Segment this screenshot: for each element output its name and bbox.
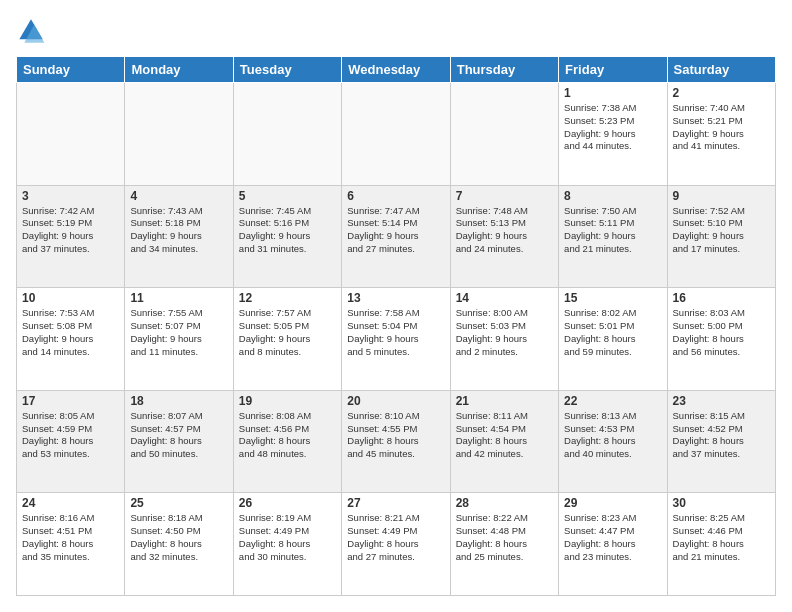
day-info: Sunrise: 7:38 AM Sunset: 5:23 PM Dayligh… — [564, 102, 661, 153]
table-row: 2Sunrise: 7:40 AM Sunset: 5:21 PM Daylig… — [667, 83, 775, 186]
day-number: 14 — [456, 291, 553, 305]
header — [16, 16, 776, 46]
day-info: Sunrise: 7:55 AM Sunset: 5:07 PM Dayligh… — [130, 307, 227, 358]
day-number: 19 — [239, 394, 336, 408]
table-row: 11Sunrise: 7:55 AM Sunset: 5:07 PM Dayli… — [125, 288, 233, 391]
day-number: 3 — [22, 189, 119, 203]
day-info: Sunrise: 8:05 AM Sunset: 4:59 PM Dayligh… — [22, 410, 119, 461]
day-number: 30 — [673, 496, 770, 510]
day-info: Sunrise: 8:15 AM Sunset: 4:52 PM Dayligh… — [673, 410, 770, 461]
logo — [16, 16, 50, 46]
table-row: 12Sunrise: 7:57 AM Sunset: 5:05 PM Dayli… — [233, 288, 341, 391]
day-info: Sunrise: 8:16 AM Sunset: 4:51 PM Dayligh… — [22, 512, 119, 563]
col-thursday: Thursday — [450, 57, 558, 83]
logo-icon — [16, 16, 46, 46]
day-info: Sunrise: 8:00 AM Sunset: 5:03 PM Dayligh… — [456, 307, 553, 358]
day-info: Sunrise: 8:25 AM Sunset: 4:46 PM Dayligh… — [673, 512, 770, 563]
day-info: Sunrise: 8:02 AM Sunset: 5:01 PM Dayligh… — [564, 307, 661, 358]
page: Sunday Monday Tuesday Wednesday Thursday… — [0, 0, 792, 612]
day-number: 11 — [130, 291, 227, 305]
day-number: 25 — [130, 496, 227, 510]
calendar-header-row: Sunday Monday Tuesday Wednesday Thursday… — [17, 57, 776, 83]
day-info: Sunrise: 7:48 AM Sunset: 5:13 PM Dayligh… — [456, 205, 553, 256]
day-info: Sunrise: 7:45 AM Sunset: 5:16 PM Dayligh… — [239, 205, 336, 256]
day-info: Sunrise: 7:50 AM Sunset: 5:11 PM Dayligh… — [564, 205, 661, 256]
table-row: 21Sunrise: 8:11 AM Sunset: 4:54 PM Dayli… — [450, 390, 558, 493]
day-number: 24 — [22, 496, 119, 510]
day-number: 9 — [673, 189, 770, 203]
table-row: 30Sunrise: 8:25 AM Sunset: 4:46 PM Dayli… — [667, 493, 775, 596]
day-info: Sunrise: 8:13 AM Sunset: 4:53 PM Dayligh… — [564, 410, 661, 461]
day-number: 21 — [456, 394, 553, 408]
day-info: Sunrise: 7:47 AM Sunset: 5:14 PM Dayligh… — [347, 205, 444, 256]
table-row: 7Sunrise: 7:48 AM Sunset: 5:13 PM Daylig… — [450, 185, 558, 288]
day-number: 29 — [564, 496, 661, 510]
calendar-table: Sunday Monday Tuesday Wednesday Thursday… — [16, 56, 776, 596]
table-row: 20Sunrise: 8:10 AM Sunset: 4:55 PM Dayli… — [342, 390, 450, 493]
table-row: 25Sunrise: 8:18 AM Sunset: 4:50 PM Dayli… — [125, 493, 233, 596]
table-row: 19Sunrise: 8:08 AM Sunset: 4:56 PM Dayli… — [233, 390, 341, 493]
day-info: Sunrise: 7:53 AM Sunset: 5:08 PM Dayligh… — [22, 307, 119, 358]
day-info: Sunrise: 7:42 AM Sunset: 5:19 PM Dayligh… — [22, 205, 119, 256]
table-row: 6Sunrise: 7:47 AM Sunset: 5:14 PM Daylig… — [342, 185, 450, 288]
col-saturday: Saturday — [667, 57, 775, 83]
day-number: 15 — [564, 291, 661, 305]
calendar-week-row: 3Sunrise: 7:42 AM Sunset: 5:19 PM Daylig… — [17, 185, 776, 288]
day-number: 20 — [347, 394, 444, 408]
table-row: 26Sunrise: 8:19 AM Sunset: 4:49 PM Dayli… — [233, 493, 341, 596]
table-row: 16Sunrise: 8:03 AM Sunset: 5:00 PM Dayli… — [667, 288, 775, 391]
day-number: 6 — [347, 189, 444, 203]
day-number: 10 — [22, 291, 119, 305]
table-row: 28Sunrise: 8:22 AM Sunset: 4:48 PM Dayli… — [450, 493, 558, 596]
calendar-week-row: 24Sunrise: 8:16 AM Sunset: 4:51 PM Dayli… — [17, 493, 776, 596]
col-tuesday: Tuesday — [233, 57, 341, 83]
day-number: 16 — [673, 291, 770, 305]
day-info: Sunrise: 8:11 AM Sunset: 4:54 PM Dayligh… — [456, 410, 553, 461]
col-friday: Friday — [559, 57, 667, 83]
table-row — [125, 83, 233, 186]
day-info: Sunrise: 7:40 AM Sunset: 5:21 PM Dayligh… — [673, 102, 770, 153]
day-number: 28 — [456, 496, 553, 510]
day-number: 18 — [130, 394, 227, 408]
day-number: 13 — [347, 291, 444, 305]
day-number: 12 — [239, 291, 336, 305]
day-number: 17 — [22, 394, 119, 408]
table-row: 23Sunrise: 8:15 AM Sunset: 4:52 PM Dayli… — [667, 390, 775, 493]
table-row: 5Sunrise: 7:45 AM Sunset: 5:16 PM Daylig… — [233, 185, 341, 288]
table-row: 13Sunrise: 7:58 AM Sunset: 5:04 PM Dayli… — [342, 288, 450, 391]
table-row: 15Sunrise: 8:02 AM Sunset: 5:01 PM Dayli… — [559, 288, 667, 391]
table-row: 1Sunrise: 7:38 AM Sunset: 5:23 PM Daylig… — [559, 83, 667, 186]
day-info: Sunrise: 7:52 AM Sunset: 5:10 PM Dayligh… — [673, 205, 770, 256]
table-row: 27Sunrise: 8:21 AM Sunset: 4:49 PM Dayli… — [342, 493, 450, 596]
day-number: 2 — [673, 86, 770, 100]
day-number: 26 — [239, 496, 336, 510]
day-number: 22 — [564, 394, 661, 408]
day-info: Sunrise: 7:57 AM Sunset: 5:05 PM Dayligh… — [239, 307, 336, 358]
table-row: 8Sunrise: 7:50 AM Sunset: 5:11 PM Daylig… — [559, 185, 667, 288]
day-info: Sunrise: 8:21 AM Sunset: 4:49 PM Dayligh… — [347, 512, 444, 563]
day-info: Sunrise: 8:08 AM Sunset: 4:56 PM Dayligh… — [239, 410, 336, 461]
day-info: Sunrise: 8:23 AM Sunset: 4:47 PM Dayligh… — [564, 512, 661, 563]
table-row — [342, 83, 450, 186]
day-info: Sunrise: 8:19 AM Sunset: 4:49 PM Dayligh… — [239, 512, 336, 563]
day-number: 5 — [239, 189, 336, 203]
table-row: 29Sunrise: 8:23 AM Sunset: 4:47 PM Dayli… — [559, 493, 667, 596]
day-info: Sunrise: 8:18 AM Sunset: 4:50 PM Dayligh… — [130, 512, 227, 563]
col-wednesday: Wednesday — [342, 57, 450, 83]
table-row: 3Sunrise: 7:42 AM Sunset: 5:19 PM Daylig… — [17, 185, 125, 288]
table-row: 10Sunrise: 7:53 AM Sunset: 5:08 PM Dayli… — [17, 288, 125, 391]
day-info: Sunrise: 8:03 AM Sunset: 5:00 PM Dayligh… — [673, 307, 770, 358]
table-row — [17, 83, 125, 186]
table-row — [233, 83, 341, 186]
day-number: 8 — [564, 189, 661, 203]
calendar-week-row: 10Sunrise: 7:53 AM Sunset: 5:08 PM Dayli… — [17, 288, 776, 391]
day-info: Sunrise: 7:58 AM Sunset: 5:04 PM Dayligh… — [347, 307, 444, 358]
day-number: 1 — [564, 86, 661, 100]
day-info: Sunrise: 8:22 AM Sunset: 4:48 PM Dayligh… — [456, 512, 553, 563]
day-info: Sunrise: 8:10 AM Sunset: 4:55 PM Dayligh… — [347, 410, 444, 461]
day-number: 27 — [347, 496, 444, 510]
day-info: Sunrise: 7:43 AM Sunset: 5:18 PM Dayligh… — [130, 205, 227, 256]
calendar-week-row: 1Sunrise: 7:38 AM Sunset: 5:23 PM Daylig… — [17, 83, 776, 186]
table-row: 9Sunrise: 7:52 AM Sunset: 5:10 PM Daylig… — [667, 185, 775, 288]
day-info: Sunrise: 8:07 AM Sunset: 4:57 PM Dayligh… — [130, 410, 227, 461]
